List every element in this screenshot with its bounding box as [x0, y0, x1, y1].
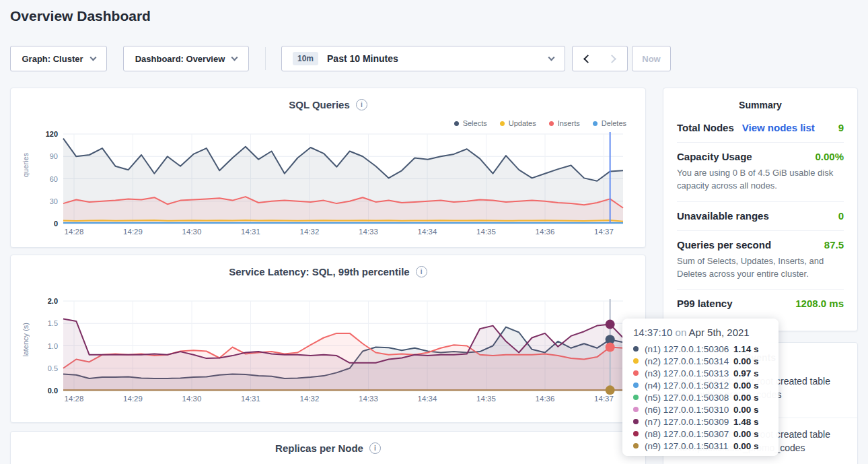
summary-label: Total Nodes: [677, 122, 734, 133]
tooltip-node-row: (n8) 127.0.0.1:503070.00 s: [633, 428, 768, 440]
tooltip-node-row: (n3) 127.0.0.1:503130.97 s: [633, 367, 768, 379]
dashboard-dropdown[interactable]: Dashboard: Overview: [123, 46, 249, 71]
tooltip-timestamp: 14:37:10 on Apr 5th, 2021: [633, 327, 768, 338]
legend-dot-icon: [500, 121, 505, 126]
summary-row-unavailable-ranges: Unavailable ranges 0: [677, 201, 844, 230]
svg-text:14:31: 14:31: [241, 395, 260, 403]
svg-text:14:37: 14:37: [594, 228, 614, 236]
svg-text:14:33: 14:33: [359, 395, 378, 403]
svg-text:14:32: 14:32: [300, 228, 320, 236]
svg-text:120: 120: [46, 130, 58, 138]
graph-scope-dropdown-label: Graph: Cluster: [22, 54, 83, 64]
legend-item-deletes: Deletes: [593, 119, 626, 127]
tooltip-node-row: (n6) 127.0.0.1:503100.00 s: [633, 403, 768, 416]
y-axis-label: latency (s): [22, 323, 30, 357]
node-series-dot-icon: [633, 407, 639, 412]
info-icon[interactable]: i: [369, 442, 381, 454]
svg-text:2.0: 2.0: [48, 297, 58, 305]
summary-panel: Summary Total Nodes View nodes list 9 Ca…: [663, 88, 858, 331]
service-latency-card: Service Latency: SQL, 99th percentile i …: [10, 255, 646, 423]
legend-dot-icon: [593, 121, 598, 126]
chart-title-service-latency: Service Latency: SQL, 99th percentile: [229, 266, 409, 277]
svg-text:14:35: 14:35: [476, 395, 496, 403]
tooltip-node-row: (n5) 127.0.0.1:503080.00 s: [633, 391, 768, 403]
svg-text:14:33: 14:33: [359, 228, 378, 236]
summary-title: Summary: [663, 88, 857, 114]
tooltip-node-row: (n1) 127.0.0.1:503061.14 s: [633, 343, 768, 355]
chevron-left-icon: [583, 55, 592, 63]
y-axis-label: queries: [22, 153, 30, 177]
svg-text:0.5: 0.5: [48, 364, 58, 372]
svg-text:90: 90: [50, 152, 58, 160]
svg-text:14:29: 14:29: [123, 228, 143, 236]
svg-text:1.0: 1.0: [48, 342, 58, 350]
node-series-dot-icon: [633, 395, 639, 400]
tooltip-node-row: (n2) 127.0.0.1:503140.00 s: [633, 355, 768, 367]
tooltip-node-row: (n9) 127.0.0.1:503110.00 s: [633, 440, 768, 452]
summary-label: Unavailable ranges: [677, 210, 769, 222]
legend-dot-icon: [549, 121, 554, 126]
chart-title-replicas-per-node: Replicas per Node: [275, 442, 363, 454]
summary-row-capacity-usage: Capacity Usage 0.00% You are using 0 B o…: [677, 142, 844, 201]
svg-text:60: 60: [50, 175, 58, 183]
summary-value: 0: [838, 210, 844, 222]
chevron-down-icon: [548, 54, 555, 61]
legend-item-updates: Updates: [500, 119, 536, 127]
node-series-dot-icon: [633, 419, 639, 424]
summary-value: 87.5: [824, 239, 844, 251]
svg-text:14:29: 14:29: [123, 395, 143, 403]
summary-row-p99-latency: P99 latency 1208.0 ms: [677, 289, 844, 318]
summary-description: Sum of Selects, Updates, Inserts, and De…: [677, 255, 844, 281]
chevron-right-icon: [608, 55, 616, 63]
node-series-dot-icon: [633, 383, 639, 388]
summary-label: P99 latency: [677, 298, 733, 309]
info-icon[interactable]: i: [416, 266, 427, 277]
time-prev-button[interactable]: [572, 46, 600, 71]
tooltip-node-row: (n4) 127.0.0.1:503120.00 s: [633, 379, 768, 391]
legend-item-selects: Selects: [454, 119, 487, 127]
svg-text:14:28: 14:28: [65, 228, 84, 236]
time-range-label: Past 10 Minutes: [327, 53, 398, 64]
summary-value: 9: [838, 122, 844, 133]
svg-text:14:36: 14:36: [536, 395, 555, 403]
summary-value: 0.00%: [815, 151, 844, 162]
svg-text:0: 0: [54, 220, 58, 228]
page-title: Overview Dashboard: [10, 8, 151, 24]
info-icon[interactable]: i: [356, 99, 367, 110]
node-series-dot-icon: [633, 431, 639, 436]
chart-hover-tooltip: 14:37:10 on Apr 5th, 2021 (n1) 127.0.0.1…: [622, 319, 779, 456]
service-latency-chart[interactable]: 0.00.51.01.52.014:2814:2914:3014:3114:32…: [31, 297, 640, 411]
svg-text:14:30: 14:30: [182, 228, 202, 236]
time-range-badge: 10m: [293, 52, 318, 65]
dashboard-dropdown-label: Dashboard: Overview: [135, 54, 225, 64]
svg-text:30: 30: [50, 197, 58, 205]
svg-text:14:36: 14:36: [536, 228, 555, 236]
sql-queries-chart[interactable]: 030609012014:2814:2914:3014:3114:3214:33…: [31, 130, 640, 244]
divider: [265, 47, 266, 70]
graph-scope-dropdown[interactable]: Graph: Cluster: [10, 46, 107, 71]
now-button[interactable]: Now: [632, 46, 671, 71]
legend-item-inserts: Inserts: [549, 119, 580, 127]
summary-row-total-nodes: Total Nodes View nodes list 9: [677, 114, 844, 142]
svg-text:14:35: 14:35: [476, 228, 496, 236]
time-next-button[interactable]: [600, 46, 628, 71]
legend-dot-icon: [454, 121, 459, 126]
svg-text:14:37: 14:37: [594, 395, 614, 403]
replicas-per-node-card: Replicas per Node i: [10, 431, 646, 464]
sql-queries-card: SQL Queries i SelectsUpdatesInsertsDelet…: [10, 88, 646, 248]
view-nodes-list-link[interactable]: View nodes list: [742, 122, 815, 133]
summary-row-queries-per-second: Queries per second 87.5 Sum of Selects, …: [677, 230, 844, 290]
node-series-dot-icon: [633, 346, 639, 352]
summary-label: Queries per second: [677, 239, 771, 251]
svg-text:14:34: 14:34: [418, 395, 437, 403]
summary-label: Capacity Usage: [677, 151, 752, 162]
svg-text:0.0: 0.0: [48, 387, 58, 395]
svg-text:1.5: 1.5: [48, 319, 58, 327]
svg-text:14:31: 14:31: [241, 228, 260, 236]
svg-text:14:28: 14:28: [65, 395, 84, 403]
svg-text:14:34: 14:34: [418, 228, 437, 236]
time-range-selector[interactable]: 10m Past 10 Minutes: [281, 46, 565, 71]
node-series-dot-icon: [633, 370, 639, 376]
summary-value: 1208.0 ms: [795, 298, 844, 309]
chart-legend: SelectsUpdatesInsertsDeletes: [454, 119, 626, 127]
